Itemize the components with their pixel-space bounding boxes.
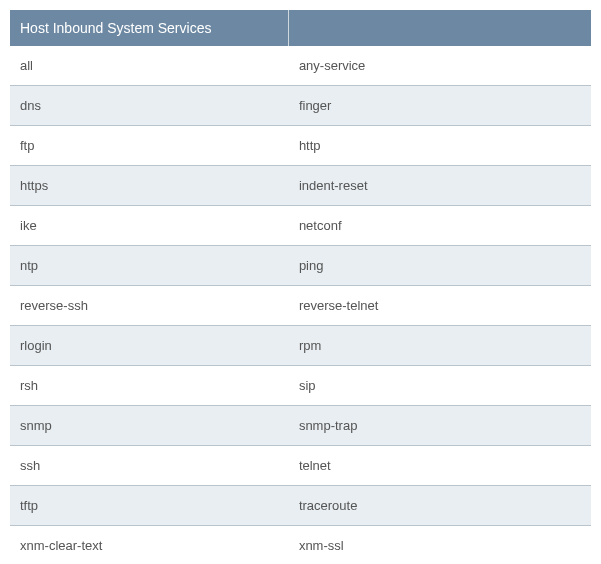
table-row: httpsindent-reset [10, 166, 591, 206]
cell-left: ntp [10, 246, 289, 286]
cell-right: finger [289, 86, 591, 126]
cell-right: traceroute [289, 486, 591, 526]
table-header-row: Host Inbound System Services [10, 10, 591, 46]
cell-left: reverse-ssh [10, 286, 289, 326]
cell-right: xnm-ssl [289, 526, 591, 565]
table-row: snmpsnmp-trap [10, 406, 591, 446]
cell-right: any-service [289, 46, 591, 86]
table-row: allany-service [10, 46, 591, 86]
table-row: ntpping [10, 246, 591, 286]
cell-right: sip [289, 366, 591, 406]
table-row: ftphttp [10, 126, 591, 166]
cell-right: indent-reset [289, 166, 591, 206]
cell-right: snmp-trap [289, 406, 591, 446]
cell-left: rlogin [10, 326, 289, 366]
cell-left: snmp [10, 406, 289, 446]
header-col2 [289, 10, 591, 46]
cell-right: telnet [289, 446, 591, 486]
cell-left: all [10, 46, 289, 86]
table-row: reverse-sshreverse-telnet [10, 286, 591, 326]
table-row: sshtelnet [10, 446, 591, 486]
cell-left: ftp [10, 126, 289, 166]
table-row: tftptraceroute [10, 486, 591, 526]
table-row: rshsip [10, 366, 591, 406]
cell-right: reverse-telnet [289, 286, 591, 326]
services-table: Host Inbound System Services allany-serv… [10, 10, 591, 564]
header-col1: Host Inbound System Services [10, 10, 289, 46]
cell-right: http [289, 126, 591, 166]
table-row: rloginrpm [10, 326, 591, 366]
cell-left: ssh [10, 446, 289, 486]
cell-left: ike [10, 206, 289, 246]
cell-left: xnm-clear-text [10, 526, 289, 565]
cell-left: rsh [10, 366, 289, 406]
cell-left: tftp [10, 486, 289, 526]
cell-left: https [10, 166, 289, 206]
table-body: allany-service dnsfinger ftphttp httpsin… [10, 46, 591, 564]
table-row: ikenetconf [10, 206, 591, 246]
cell-right: netconf [289, 206, 591, 246]
table-row: xnm-clear-textxnm-ssl [10, 526, 591, 565]
cell-right: ping [289, 246, 591, 286]
table-row: dnsfinger [10, 86, 591, 126]
cell-right: rpm [289, 326, 591, 366]
cell-left: dns [10, 86, 289, 126]
